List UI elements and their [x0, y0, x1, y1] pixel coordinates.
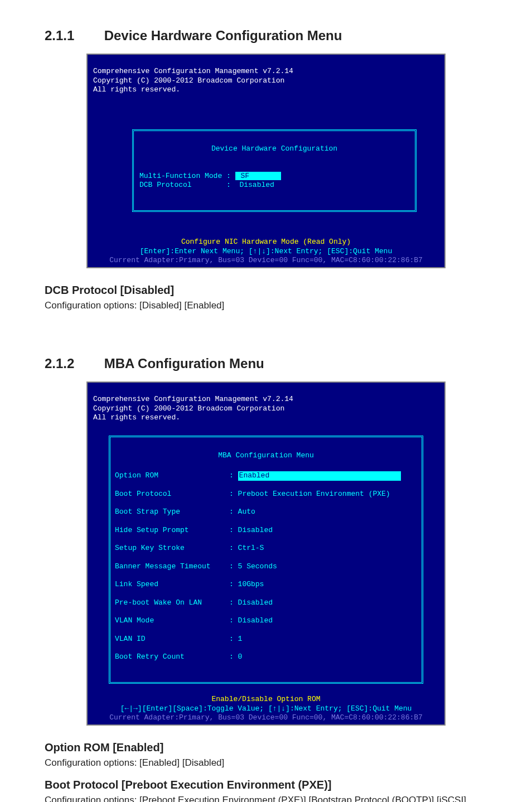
boot-protocol-body: Configuration options: [Preboot Executio… — [45, 795, 487, 802]
mba-label: Boot Retry Count — [115, 653, 229, 661]
mba-label: Pre-boot Wake On LAN — [115, 598, 229, 607]
mba-value: 5 Seconds — [238, 562, 277, 571]
term-header-l2: Copyright (C) 2000-2012 Broadcom Corpora… — [93, 76, 284, 85]
mba-label: Hide Setup Prompt — [115, 526, 229, 535]
mba-value: Ctrl-S — [238, 544, 264, 553]
mba-hint-l3: Current Adapter:Primary, Bus=03 Device=0… — [109, 713, 423, 722]
dhc-row2-value: Disabled — [231, 181, 274, 189]
mba-label: Link Speed — [115, 580, 229, 589]
mba-value: Auto — [238, 508, 255, 516]
mba-value: Disabled — [238, 616, 273, 625]
term-header-l1: Comprehensive Configuration Management v… — [93, 395, 293, 403]
mba-label: Boot Protocol — [115, 490, 229, 499]
mba-label: Boot Strap Type — [115, 508, 229, 516]
dhc-box-title: Device Hardware Configuration — [205, 144, 344, 153]
section-title: Device Hardware Configuration Menu — [104, 28, 342, 43]
mba-value: 10Gbps — [238, 580, 264, 589]
mba-box-title: MBA Configuration Menu — [211, 451, 320, 460]
mba-label: Setup Key Stroke — [115, 544, 229, 553]
mba-value: Disabled — [238, 598, 273, 607]
dhc-hint-l3: Current Adapter:Primary, Bus=03 Device=0… — [109, 256, 423, 264]
terminal-screenshot-mba: Comprehensive Configuration Management v… — [86, 381, 446, 726]
dhc-hint-l2: [Enter]:Enter Next Menu; [↑|↓]:Next Entr… — [140, 247, 392, 255]
term-header-l1: Comprehensive Configuration Management v… — [93, 67, 293, 75]
dhc-row1-value: SF — [235, 172, 281, 180]
option-rom-heading: Option ROM [Enabled] — [45, 741, 487, 754]
dcb-body: Configuration options: [Disabled] [Enabl… — [45, 300, 487, 311]
dcb-heading: DCB Protocol [Disabled] — [45, 284, 487, 297]
mba-value: 0 — [238, 653, 243, 661]
term-header-l2: Copyright (C) 2000-2012 Broadcom Corpora… — [93, 404, 284, 413]
section-number: 2.1.2 — [45, 356, 100, 371]
section-2-1-1-heading: 2.1.1 Device Hardware Configuration Menu — [45, 28, 487, 44]
section-title: MBA Configuration Menu — [104, 356, 264, 371]
section-number: 2.1.1 — [45, 28, 100, 44]
boot-protocol-heading: Boot Protocol [Preboot Execution Environ… — [45, 779, 487, 791]
mba-label: VLAN ID — [115, 635, 229, 644]
mba-value: Enabled — [238, 471, 402, 480]
terminal-screenshot-dhc: Comprehensive Configuration Management v… — [86, 54, 446, 268]
mba-label: Option ROM — [115, 471, 229, 480]
mba-value: Preboot Execution Environment (PXE) — [238, 490, 390, 499]
section-2-1-2-heading: 2.1.2 MBA Configuration Menu — [45, 356, 487, 371]
term-header-l3: All rights reserved. — [93, 85, 180, 94]
mba-box: MBA Configuration Menu Option ROM: Enabl… — [109, 436, 423, 684]
dhc-hint-l1: Configure NIC Hardware Mode (Read Only) — [181, 238, 351, 246]
mba-hint-l1: Enable/Disable Option ROM — [211, 695, 320, 703]
dhc-row1-label: Multi-Function Mode : — [139, 172, 231, 180]
term-header-l3: All rights reserved. — [93, 413, 180, 422]
mba-label: Banner Message Timeout — [115, 562, 229, 571]
mba-hint-l2: [←|→][Enter][Space]:Toggle Value; [↑|↓]:… — [120, 704, 412, 713]
option-rom-body: Configuration options: [Enabled] [Disabl… — [45, 757, 487, 769]
mba-value: 1 — [238, 635, 243, 644]
mba-label: VLAN Mode — [115, 616, 229, 625]
dhc-row2-label: DCB Protocol : — [139, 181, 231, 189]
dhc-box: Device Hardware Configuration Multi-Func… — [132, 129, 417, 212]
mba-value: Disabled — [238, 526, 273, 535]
